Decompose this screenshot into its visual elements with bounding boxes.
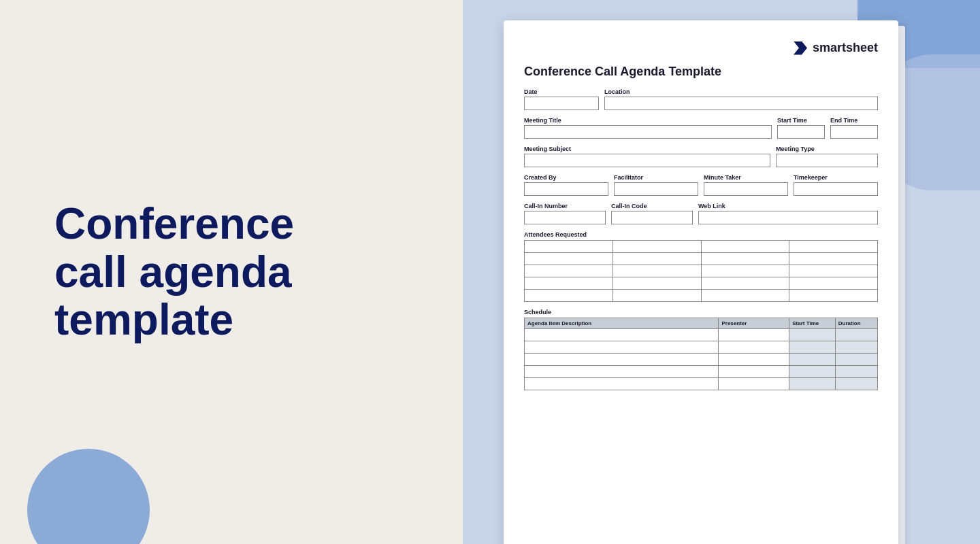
start-time-label: Start Time (777, 117, 825, 124)
col-presenter: Presenter (719, 318, 789, 329)
attendees-section: Attendees Requested (524, 231, 878, 302)
table-row (525, 378, 878, 390)
table-row (525, 329, 878, 341)
attendee-cell[interactable] (612, 290, 701, 302)
schedule-label: Schedule (524, 309, 878, 316)
smartsheet-logo-icon (794, 41, 807, 55)
end-time-label: End Time (830, 117, 878, 124)
agenda-item-cell[interactable] (525, 366, 719, 378)
start-time-cell[interactable] (789, 341, 835, 354)
callin-number-input[interactable] (524, 211, 606, 224)
duration-cell[interactable] (835, 329, 877, 341)
table-row (525, 366, 878, 378)
end-time-input[interactable] (830, 125, 878, 139)
col-duration: Duration (835, 318, 877, 329)
timekeeper-field-group: Timekeeper (794, 174, 878, 196)
location-field-group: Location (604, 88, 878, 110)
start-time-cell[interactable] (789, 378, 835, 390)
agenda-item-cell[interactable] (525, 329, 719, 341)
title-line2: call agenda (54, 248, 292, 296)
meeting-subject-label: Meeting Subject (524, 146, 770, 152)
attendees-label: Attendees Requested (524, 231, 878, 238)
callin-number-label: Call-In Number (524, 203, 606, 209)
meeting-title-row: Meeting Title Start Time End Time (524, 117, 878, 139)
attendee-cell[interactable] (701, 277, 789, 290)
agenda-item-cell[interactable] (525, 341, 719, 354)
attendee-cell[interactable] (701, 241, 789, 253)
attendee-cell[interactable] (525, 253, 613, 265)
left-panel: Conference call agenda template (0, 0, 463, 544)
roles-row: Created By Facilitator Minute Taker Time… (524, 174, 878, 196)
attendee-cell[interactable] (789, 265, 878, 277)
minute-taker-field-group: Minute Taker (704, 174, 788, 196)
presenter-cell[interactable] (719, 354, 789, 366)
attendee-cell[interactable] (612, 241, 701, 253)
meeting-subject-field-group: Meeting Subject (524, 146, 770, 167)
location-input[interactable] (604, 97, 878, 110)
duration-cell[interactable] (835, 341, 877, 354)
timekeeper-input[interactable] (794, 182, 878, 196)
attendee-cell[interactable] (789, 290, 878, 302)
presenter-cell[interactable] (719, 378, 789, 390)
attendee-cell[interactable] (525, 290, 613, 302)
table-row (525, 290, 878, 302)
web-link-field-group: Web Link (698, 203, 878, 224)
presenter-cell[interactable] (719, 341, 789, 354)
created-by-field-group: Created By (524, 174, 608, 196)
location-label: Location (604, 88, 878, 95)
table-row (525, 265, 878, 277)
timekeeper-label: Timekeeper (794, 174, 878, 181)
attendee-cell[interactable] (525, 265, 613, 277)
right-panel: smartsheet Conference Call Agenda Templa… (463, 0, 980, 544)
table-row (525, 241, 878, 253)
attendee-cell[interactable] (701, 265, 789, 277)
date-input[interactable] (524, 97, 599, 110)
meeting-title-input[interactable] (524, 125, 772, 139)
attendee-cell[interactable] (612, 265, 701, 277)
callin-code-label: Call-In Code (611, 203, 693, 209)
title-line1: Conference (54, 199, 294, 248)
facilitator-input[interactable] (614, 182, 698, 196)
attendee-cell[interactable] (525, 241, 613, 253)
attendee-cell[interactable] (701, 253, 789, 265)
callin-code-input[interactable] (611, 211, 693, 224)
table-row (525, 341, 878, 354)
start-time-cell[interactable] (789, 354, 835, 366)
table-row (525, 354, 878, 366)
agenda-item-cell[interactable] (525, 354, 719, 366)
start-time-input[interactable] (777, 125, 825, 139)
duration-cell[interactable] (835, 378, 877, 390)
presenter-cell[interactable] (719, 366, 789, 378)
attendee-cell[interactable] (612, 253, 701, 265)
duration-cell[interactable] (835, 366, 877, 378)
col-agenda-item: Agenda Item Description (525, 318, 719, 329)
minute-taker-input[interactable] (704, 182, 788, 196)
document-title: Conference Call Agenda Template (524, 65, 878, 79)
web-link-input[interactable] (698, 211, 878, 224)
circle-decoration (27, 449, 150, 544)
attendee-cell[interactable] (612, 277, 701, 290)
duration-cell[interactable] (835, 354, 877, 366)
meeting-type-field-group: Meeting Type (776, 146, 878, 167)
table-row (525, 277, 878, 290)
date-location-section: Date Location (524, 88, 878, 110)
smartsheet-logo-text: smartsheet (813, 41, 878, 55)
presenter-cell[interactable] (719, 329, 789, 341)
callin-code-field-group: Call-In Code (611, 203, 693, 224)
web-link-label: Web Link (698, 203, 878, 209)
meeting-type-input[interactable] (776, 154, 878, 167)
document: smartsheet Conference Call Agenda Templa… (504, 20, 898, 544)
meeting-subject-input[interactable] (524, 154, 770, 167)
created-by-input[interactable] (524, 182, 608, 196)
start-time-cell[interactable] (789, 329, 835, 341)
attendee-cell[interactable] (701, 290, 789, 302)
meeting-title-label: Meeting Title (524, 117, 772, 124)
start-time-cell[interactable] (789, 366, 835, 378)
attendee-cell[interactable] (789, 253, 878, 265)
attendee-cell[interactable] (789, 277, 878, 290)
agenda-item-cell[interactable] (525, 378, 719, 390)
table-row (525, 253, 878, 265)
attendee-cell[interactable] (525, 277, 613, 290)
meeting-subject-section: Meeting Subject Meeting Type (524, 146, 878, 167)
attendee-cell[interactable] (789, 241, 878, 253)
